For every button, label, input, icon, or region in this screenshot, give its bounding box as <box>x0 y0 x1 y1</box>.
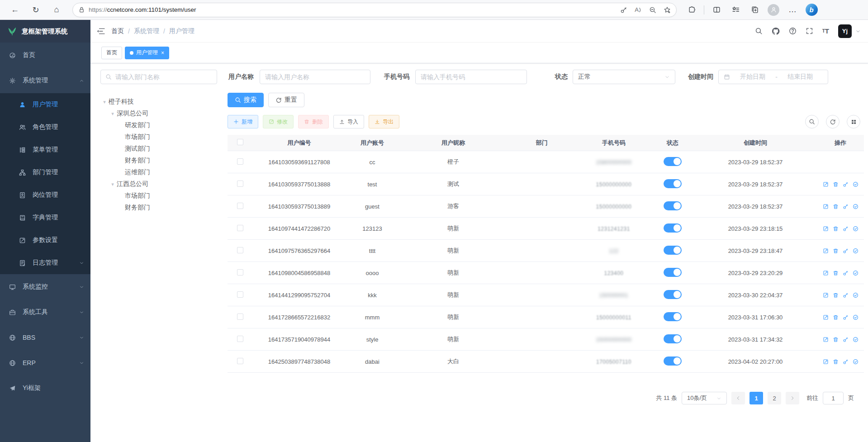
tree-node-橙子科技[interactable]: ▾橙子科技 <box>100 96 217 108</box>
sidebar-item-字典管理[interactable]: 字典管理 <box>0 206 90 229</box>
edit-button[interactable]: 修改 <box>263 115 294 128</box>
sidebar-item-日志管理[interactable]: 日志管理 <box>0 252 90 274</box>
sidebar-item-BBS[interactable]: BBS <box>0 325 90 350</box>
edit-icon[interactable] <box>823 181 829 187</box>
reset-password-icon[interactable] <box>843 359 849 365</box>
status-toggle[interactable] <box>664 223 682 233</box>
assign-role-icon[interactable] <box>853 204 859 209</box>
assign-role-icon[interactable] <box>853 292 859 298</box>
profile-avatar[interactable] <box>766 2 781 18</box>
goto-page-input[interactable] <box>823 392 844 404</box>
header-search-icon[interactable] <box>755 27 763 35</box>
assign-role-icon[interactable] <box>853 359 859 365</box>
reset-password-icon[interactable] <box>843 181 849 187</box>
tree-node-财务部门[interactable]: 财务部门 <box>100 155 217 166</box>
tree-node-市场部门[interactable]: 市场部门 <box>100 131 217 143</box>
tree-expand-icon[interactable]: ▾ <box>109 111 117 117</box>
tree-node-财务部门[interactable]: 财务部门 <box>100 202 217 214</box>
reset-password-icon[interactable] <box>843 292 849 298</box>
page-button-2[interactable]: 2 <box>768 392 781 404</box>
add-favorite-icon[interactable] <box>664 6 671 14</box>
home-icon[interactable]: ⌂ <box>49 2 64 18</box>
assign-role-icon[interactable] <box>853 226 859 232</box>
help-icon[interactable] <box>789 27 797 35</box>
tree-node-深圳总公司[interactable]: ▾深圳总公司 <box>100 108 217 119</box>
select-all-checkbox[interactable] <box>237 139 243 145</box>
reset-password-icon[interactable] <box>843 270 849 276</box>
tree-node-研发部门[interactable]: 研发部门 <box>100 119 217 131</box>
font-size-icon[interactable]: TT <box>822 27 829 35</box>
row-checkbox[interactable] <box>237 314 243 320</box>
delete-icon[interactable] <box>833 270 839 276</box>
sidebar-item-参数设置[interactable]: 参数设置 <box>0 229 90 252</box>
prev-page-button[interactable] <box>731 392 745 404</box>
sidebar-item-ERP[interactable]: ERP <box>0 350 90 375</box>
extensions-icon[interactable] <box>684 2 699 18</box>
phone-input[interactable] <box>421 73 522 81</box>
row-checkbox[interactable] <box>237 203 243 209</box>
bing-chat-icon[interactable]: b <box>804 2 819 18</box>
tree-node-运维部门[interactable]: 运维部门 <box>100 166 217 178</box>
status-toggle[interactable] <box>664 290 682 299</box>
assign-role-icon[interactable] <box>853 270 859 276</box>
zoom-out-icon[interactable] <box>649 6 656 14</box>
username-field[interactable] <box>260 70 370 84</box>
edit-icon[interactable] <box>823 226 829 232</box>
row-checkbox[interactable] <box>237 247 243 253</box>
reset-password-icon[interactable] <box>843 337 849 342</box>
avatar-caret-icon[interactable] <box>855 29 861 34</box>
delete-icon[interactable] <box>833 359 839 365</box>
date-range-picker[interactable]: 开始日期 - 结束日期 <box>718 70 828 84</box>
row-checkbox[interactable] <box>237 181 243 187</box>
row-checkbox[interactable] <box>237 358 243 364</box>
export-button[interactable]: 导出 <box>369 115 399 128</box>
row-checkbox[interactable] <box>237 225 243 231</box>
tree-node-市场部门[interactable]: 市场部门 <box>100 190 217 202</box>
assign-role-icon[interactable] <box>853 248 859 254</box>
sidebar-item-部门管理[interactable]: 部门管理 <box>0 161 90 184</box>
password-key-icon[interactable] <box>620 6 627 14</box>
status-toggle[interactable] <box>664 157 682 166</box>
status-toggle[interactable] <box>664 312 682 321</box>
edit-icon[interactable] <box>823 292 829 298</box>
tree-node-江西总公司[interactable]: ▾江西总公司 <box>100 178 217 190</box>
search-button[interactable]: 搜索 <box>228 93 264 107</box>
sidebar-item-角色管理[interactable]: 角色管理 <box>0 116 90 138</box>
status-toggle[interactable] <box>664 179 682 188</box>
collections-icon[interactable] <box>747 2 762 18</box>
tab-user-management[interactable]: 用户管理 × <box>125 47 169 59</box>
add-button[interactable]: 新增 <box>228 115 258 128</box>
github-icon[interactable] <box>772 27 780 35</box>
column-settings-icon[interactable] <box>847 115 860 128</box>
reset-button[interactable]: 重置 <box>268 93 304 107</box>
next-page-button[interactable] <box>786 392 799 404</box>
department-search-input[interactable] <box>115 73 212 81</box>
edit-icon[interactable] <box>823 204 829 209</box>
page-size-select[interactable]: 10条/页 <box>682 392 727 404</box>
row-checkbox[interactable] <box>237 336 243 342</box>
more-icon[interactable]: … <box>785 2 800 18</box>
edit-icon[interactable] <box>823 314 829 320</box>
status-toggle[interactable] <box>664 246 682 255</box>
start-date-placeholder[interactable]: 开始日期 <box>730 73 775 81</box>
department-search[interactable] <box>100 70 217 84</box>
read-aloud-icon[interactable]: A <box>635 6 642 13</box>
end-date-placeholder[interactable]: 结束日期 <box>778 73 823 81</box>
page-button-1[interactable]: 1 <box>749 392 763 404</box>
edit-icon[interactable] <box>823 359 829 365</box>
fold-sidebar-icon[interactable] <box>97 27 105 35</box>
close-tab-icon[interactable]: × <box>161 50 164 56</box>
delete-icon[interactable] <box>833 314 839 320</box>
sidebar-item-首页[interactable]: 首页 <box>0 43 90 68</box>
status-toggle[interactable] <box>664 356 682 366</box>
phone-field[interactable] <box>415 70 527 84</box>
assign-role-icon[interactable] <box>853 181 859 187</box>
tree-expand-icon[interactable]: ▾ <box>100 99 109 105</box>
sidebar-item-用户管理[interactable]: 用户管理 <box>0 93 90 116</box>
refresh-icon[interactable]: ↻ <box>28 2 43 18</box>
username-input[interactable] <box>265 73 365 81</box>
row-checkbox[interactable] <box>237 291 243 298</box>
sidebar-item-菜单管理[interactable]: 菜单管理 <box>0 138 90 161</box>
sidebar-item-系统工具[interactable]: 系统工具 <box>0 299 90 325</box>
sidebar-item-系统监控[interactable]: 系统监控 <box>0 274 90 299</box>
